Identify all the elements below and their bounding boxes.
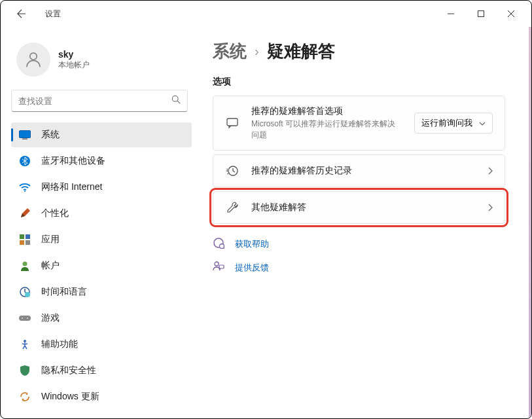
- card-title: 其他疑难解答: [251, 202, 476, 213]
- svg-point-10: [24, 191, 26, 192]
- user-name: sky: [58, 49, 90, 60]
- nav-item-apps[interactable]: 应用: [11, 227, 192, 252]
- nav: 系统 蓝牙和其他设备 网络和 Internet 个性化 应用 帐户: [11, 122, 192, 409]
- card-title: 推荐的疑难解答历史记录: [251, 165, 476, 177]
- clock-globe-icon: [19, 286, 31, 298]
- nav-item-accessibility[interactable]: 辅助功能: [11, 332, 192, 357]
- card-subtitle: Microsoft 可以推荐并运行疑难解答来解决问题: [251, 118, 395, 141]
- svg-point-4: [30, 53, 37, 60]
- wrench-icon: [225, 201, 239, 214]
- svg-rect-22: [227, 118, 238, 126]
- nav-item-bluetooth[interactable]: 蓝牙和其他设备: [11, 149, 192, 173]
- nav-label: 蓝牙和其他设备: [41, 155, 105, 167]
- svg-point-15: [23, 262, 27, 266]
- help-icon: [213, 237, 226, 251]
- brush-icon: [19, 208, 31, 219]
- system-icon: [19, 129, 31, 141]
- nav-label: 时间和语言: [41, 286, 87, 298]
- sidebar: sky 本地帐户 系统 蓝牙和其他设备 网络和 Internet: [1, 27, 197, 418]
- wifi-icon: [19, 181, 31, 193]
- history-icon: [225, 164, 239, 177]
- nav-label: 隐私和安全性: [41, 365, 96, 376]
- svg-line-6: [177, 101, 180, 103]
- nav-label: 辅助功能: [41, 338, 78, 350]
- apps-icon: [19, 234, 31, 246]
- nav-item-privacy[interactable]: 隐私和安全性: [11, 358, 192, 383]
- nav-item-update[interactable]: Windows 更新: [11, 384, 192, 409]
- chevron-right-icon: ›: [255, 44, 259, 59]
- nav-label: Windows 更新: [41, 391, 99, 403]
- nav-label: 应用: [41, 234, 60, 246]
- link-label: 提供反馈: [235, 262, 269, 274]
- bluetooth-icon: [19, 155, 31, 167]
- card-troubleshoot-history[interactable]: 推荐的疑难解答历史记录: [213, 155, 505, 187]
- feedback-icon: [213, 261, 226, 275]
- get-help-link[interactable]: 获取帮助: [213, 237, 505, 251]
- help-links: 获取帮助 提供反馈: [213, 237, 505, 275]
- chevron-right-icon: [488, 204, 493, 211]
- nav-item-accounts[interactable]: 帐户: [11, 253, 192, 278]
- card-title: 推荐的疑难解答首选项: [251, 105, 402, 117]
- svg-point-21: [24, 340, 26, 342]
- svg-rect-1: [478, 11, 484, 17]
- back-button[interactable]: [11, 3, 32, 24]
- accessibility-icon: [19, 338, 31, 350]
- dropdown-value: 运行前询问我: [421, 117, 472, 129]
- close-button[interactable]: [496, 3, 526, 24]
- preference-dropdown[interactable]: 运行前询问我: [414, 113, 493, 134]
- shield-icon: [19, 365, 31, 376]
- user-sub: 本地帐户: [58, 60, 90, 71]
- arrow-left-icon: [17, 9, 26, 18]
- svg-point-17: [25, 292, 30, 297]
- app-title: 设置: [45, 9, 61, 20]
- svg-point-20: [27, 318, 28, 319]
- minimize-button[interactable]: [436, 3, 466, 24]
- svg-rect-14: [26, 240, 30, 245]
- svg-rect-8: [22, 139, 27, 140]
- nav-label: 网络和 Internet: [41, 181, 102, 193]
- close-icon: [508, 10, 514, 17]
- feedback-link[interactable]: 提供反馈: [213, 261, 505, 275]
- maximize-icon: [478, 10, 484, 17]
- breadcrumb: 系统 › 疑难解答: [213, 40, 505, 63]
- nav-item-gaming[interactable]: 游戏: [11, 306, 192, 331]
- minimize-icon: [448, 10, 454, 17]
- nav-label: 帐户: [41, 260, 60, 272]
- nav-label: 游戏: [41, 312, 60, 324]
- avatar: [16, 43, 50, 77]
- link-label: 获取帮助: [235, 238, 269, 250]
- user-block[interactable]: sky 本地帐户: [11, 37, 192, 90]
- nav-label: 系统: [41, 129, 60, 141]
- card-other-troubleshoot[interactable]: 其他疑难解答: [213, 191, 505, 224]
- svg-rect-12: [26, 234, 30, 239]
- page-title: 疑难解答: [267, 40, 335, 63]
- chat-icon: [225, 117, 239, 130]
- nav-item-network[interactable]: 网络和 Internet: [11, 175, 192, 200]
- card-troubleshoot-preference[interactable]: 推荐的疑难解答首选项 Microsoft 可以推荐并运行疑难解答来解决问题 运行…: [213, 96, 505, 151]
- update-icon: [19, 391, 31, 403]
- maximize-button[interactable]: [466, 3, 496, 24]
- search-input[interactable]: [11, 90, 188, 112]
- main-content: 系统 › 疑难解答 选项 推荐的疑难解答首选项 Microsoft 可以推荐并运…: [197, 27, 531, 418]
- nav-item-time-language[interactable]: 时间和语言: [11, 280, 192, 304]
- svg-line-26: [224, 247, 225, 249]
- search-icon: [171, 95, 181, 107]
- person-icon: [24, 50, 43, 69]
- section-label: 选项: [213, 76, 505, 88]
- nav-label: 个性化: [41, 208, 69, 219]
- gamepad-icon: [19, 312, 31, 324]
- svg-point-27: [215, 262, 219, 266]
- nav-item-system[interactable]: 系统: [11, 122, 192, 147]
- svg-rect-7: [20, 131, 31, 138]
- svg-rect-28: [219, 265, 224, 268]
- chevron-right-icon: [488, 167, 493, 175]
- svg-point-25: [220, 244, 224, 248]
- svg-point-5: [172, 96, 178, 101]
- nav-item-personalization[interactable]: 个性化: [11, 201, 192, 226]
- titlebar: 设置: [1, 1, 531, 27]
- breadcrumb-parent[interactable]: 系统: [213, 40, 247, 63]
- chevron-down-icon: [479, 118, 486, 128]
- svg-rect-18: [19, 316, 31, 321]
- search-field[interactable]: [18, 96, 171, 106]
- svg-point-19: [22, 318, 23, 319]
